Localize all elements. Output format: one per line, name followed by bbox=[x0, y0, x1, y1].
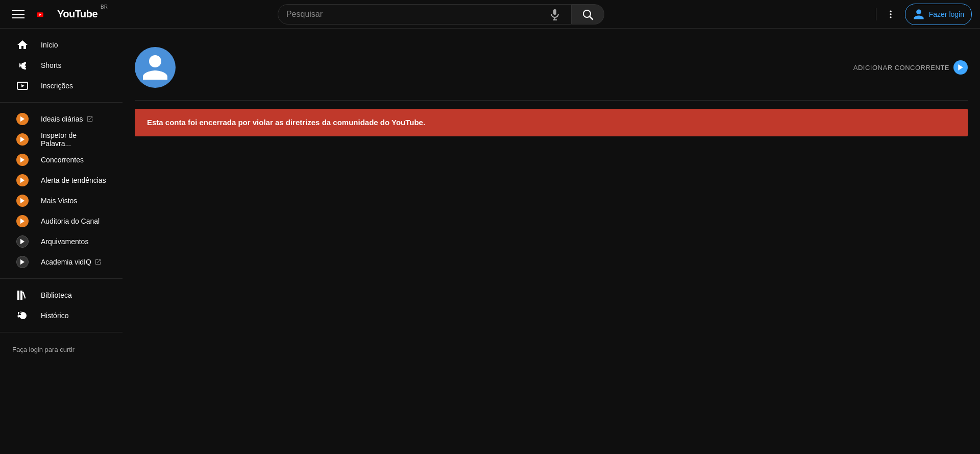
svg-marker-19 bbox=[20, 198, 24, 204]
svg-line-9 bbox=[590, 16, 593, 19]
search-button[interactable] bbox=[572, 4, 604, 25]
sidebar-divider-2 bbox=[0, 278, 122, 279]
sidebar-label-academia: Academia vidIQ bbox=[41, 258, 91, 266]
youtube-logo[interactable]: YouTube BR bbox=[37, 8, 108, 20]
header-center bbox=[255, 4, 627, 25]
external-link-icon-2 bbox=[94, 258, 102, 266]
vidiq-orange-icon-6 bbox=[16, 215, 29, 227]
sidebar-item-inspetor[interactable]: Inspetor de Palavra... bbox=[4, 129, 118, 150]
search-input[interactable] bbox=[286, 10, 547, 19]
sidebar-item-ideais-diarias[interactable]: Ideais diárias bbox=[4, 109, 118, 129]
sidebar-label-mais-vistos: Mais Vistos bbox=[41, 197, 77, 205]
sidebar-label-inspetor: Inspetor de Palavra... bbox=[41, 131, 106, 148]
vidiq-orange-icon-4 bbox=[16, 174, 29, 186]
vertical-divider bbox=[876, 8, 876, 20]
svg-rect-2 bbox=[12, 17, 24, 18]
channel-avatar bbox=[135, 47, 176, 88]
sidebar-label-alerta: Alerta de tendências bbox=[41, 176, 106, 184]
search-input-wrap bbox=[278, 4, 572, 25]
microphone-button[interactable] bbox=[547, 8, 563, 20]
svg-point-10 bbox=[890, 10, 891, 12]
history-icon bbox=[16, 309, 29, 322]
sidebar-label-arquivamentos: Arquivamentos bbox=[41, 237, 88, 246]
add-competitor-icon bbox=[953, 60, 968, 75]
sidebar-item-inscricoes[interactable]: Inscrições bbox=[4, 76, 118, 96]
external-link-icon bbox=[86, 115, 93, 123]
svg-point-12 bbox=[890, 16, 891, 18]
sidebar-label-biblioteca: Biblioteca bbox=[41, 291, 72, 299]
vidiq-orange-icon-5 bbox=[16, 195, 29, 207]
svg-rect-23 bbox=[17, 291, 19, 300]
vidiq-orange-icon-3 bbox=[16, 154, 29, 166]
layout-body: Início Shorts Inscrições bbox=[0, 29, 980, 454]
sidebar-divider-1 bbox=[0, 102, 122, 103]
svg-point-11 bbox=[890, 13, 891, 15]
vidiq-dark-icon bbox=[16, 235, 29, 248]
vidiq-orange-icon-2 bbox=[16, 133, 29, 146]
banned-banner: Esta conta foi encerrada por violar as d… bbox=[135, 109, 968, 136]
svg-marker-21 bbox=[20, 239, 24, 245]
library-icon bbox=[16, 289, 29, 301]
footer-login-text: Faça login para curtir bbox=[12, 346, 75, 353]
subscriptions-icon bbox=[16, 80, 29, 92]
add-competitor-label: ADICIONAR CONCORRENTE bbox=[853, 64, 949, 71]
svg-marker-25 bbox=[958, 64, 963, 70]
sidebar-divider-3 bbox=[0, 332, 122, 332]
header-right: Fazer login bbox=[876, 4, 972, 25]
svg-marker-17 bbox=[20, 157, 24, 163]
svg-rect-1 bbox=[12, 14, 24, 15]
svg-marker-22 bbox=[20, 259, 24, 265]
vidiq-dark-icon-2 bbox=[16, 256, 29, 268]
header: YouTube BR bbox=[0, 0, 980, 29]
header-left: YouTube BR bbox=[8, 4, 131, 25]
channel-header: ADICIONAR CONCORRENTE bbox=[135, 39, 968, 101]
sidebar-item-inicio[interactable]: Início bbox=[4, 35, 118, 55]
sidebar-item-auditoria[interactable]: Auditoria do Canal bbox=[4, 211, 118, 231]
vidiq-orange-icon bbox=[16, 113, 29, 125]
sidebar-label-ideais: Ideais diárias bbox=[41, 115, 83, 123]
svg-marker-18 bbox=[20, 178, 24, 183]
svg-marker-20 bbox=[20, 219, 24, 224]
sidebar-label-inicio: Início bbox=[41, 41, 58, 49]
sidebar-item-concorrentes[interactable]: Concorrentes bbox=[4, 150, 118, 170]
search-form bbox=[278, 4, 604, 25]
sidebar-footer: Faça login para curtir bbox=[0, 339, 122, 360]
svg-marker-16 bbox=[20, 137, 24, 142]
logo-text: YouTube bbox=[57, 8, 97, 20]
sidebar: Início Shorts Inscrições bbox=[0, 29, 122, 454]
banned-banner-text: Esta conta foi encerrada por violar as d… bbox=[147, 118, 425, 127]
sidebar-item-mais-vistos[interactable]: Mais Vistos bbox=[4, 190, 118, 211]
sign-in-label: Fazer login bbox=[929, 10, 964, 18]
sidebar-item-historico[interactable]: Histórico bbox=[4, 305, 118, 326]
svg-rect-0 bbox=[12, 10, 24, 11]
shorts-icon bbox=[16, 59, 29, 71]
channel-actions: ADICIONAR CONCORRENTE bbox=[853, 60, 968, 75]
sidebar-label-shorts: Shorts bbox=[41, 61, 61, 69]
svg-marker-14 bbox=[21, 84, 24, 87]
sidebar-label-concorrentes: Concorrentes bbox=[41, 156, 84, 164]
svg-rect-5 bbox=[553, 9, 556, 15]
main-content: ADICIONAR CONCORRENTE Esta conta foi enc… bbox=[122, 29, 980, 454]
sidebar-item-shorts[interactable]: Shorts bbox=[4, 55, 118, 76]
svg-rect-24 bbox=[20, 291, 22, 300]
home-icon bbox=[16, 39, 29, 51]
sidebar-item-academia[interactable]: Academia vidIQ bbox=[4, 252, 118, 272]
sidebar-item-biblioteca[interactable]: Biblioteca bbox=[4, 285, 118, 305]
sidebar-label-historico: Histórico bbox=[41, 312, 68, 320]
more-options-button[interactable] bbox=[880, 4, 901, 25]
logo-br: BR bbox=[101, 4, 108, 10]
svg-rect-7 bbox=[553, 19, 557, 20]
svg-rect-6 bbox=[554, 17, 555, 19]
sidebar-item-alerta[interactable]: Alerta de tendências bbox=[4, 170, 118, 190]
svg-marker-15 bbox=[20, 116, 24, 122]
hamburger-button[interactable] bbox=[8, 4, 29, 25]
sidebar-label-inscricoes: Inscrições bbox=[41, 82, 73, 90]
sidebar-item-arquivamentos[interactable]: Arquivamentos bbox=[4, 231, 118, 252]
sidebar-label-auditoria: Auditoria do Canal bbox=[41, 217, 100, 225]
add-competitor-button[interactable]: ADICIONAR CONCORRENTE bbox=[853, 60, 968, 75]
sign-in-button[interactable]: Fazer login bbox=[905, 4, 972, 25]
